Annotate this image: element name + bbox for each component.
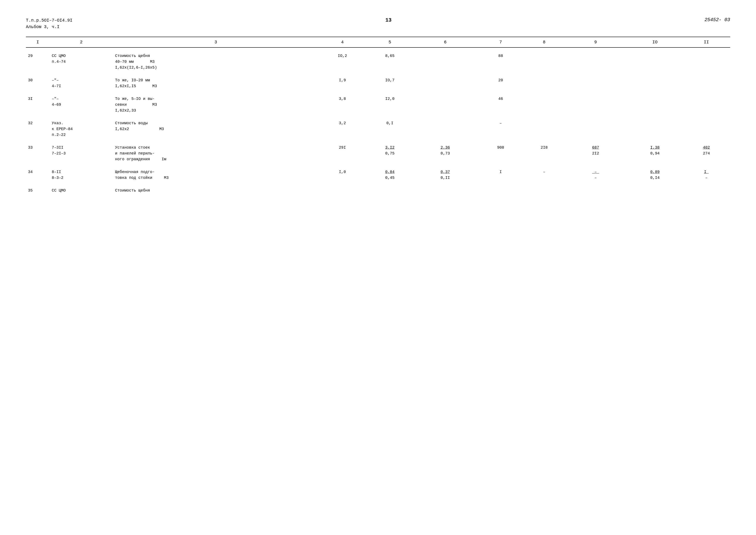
row-34-col6-val1: 0,37 [441,170,450,174]
row-31-col5: I2,0 [366,95,414,115]
row-34-col4: I,0 [319,168,366,182]
row-35-col7 [477,186,524,195]
row-32-col4: 3,2 [319,119,366,139]
row-35-desc: Стоимость щебня [113,186,319,195]
row-31-num: 3I [26,95,50,115]
row-30-col11 [683,76,730,90]
row-30-col9 [564,76,627,90]
row-35-col9 [564,186,627,195]
row-33-col11-val1: 402 [703,145,710,150]
page-header: Т.п.р.5ОI–7–ОI4.9I Альбом 3, ч.I 13 2545… [26,17,730,30]
row-33-col9: 6872I2 [564,143,627,163]
col-header-7: 7 [477,37,524,47]
row-33-col7: 908 [477,143,524,163]
row-31-col7: 46 [477,95,524,115]
row-29-num: 29 [26,52,50,72]
row-34-col10: 0,890,I4 [627,168,683,182]
col-header-8: 8 [525,37,564,47]
row-29-ref: СС ЦМОп.4–74 [50,52,113,72]
row-32-col5: 0,I [366,119,414,139]
main-table: I 2 3 4 5 6 7 8 9 IO II 29 СС ЦМОп.4–74 … [26,37,730,195]
doc-title-line2: Альбом 3, ч.I [26,24,72,30]
row-34-col8: – [525,168,564,182]
row-34-col9-val1: – [592,170,599,174]
row-29-col8 [525,52,564,72]
table-row: 30 –"–4–7I То же, IO–20 ммI,62хI,I5 М3 I… [26,76,730,90]
row-35-col11 [683,186,730,195]
row-32-col11 [683,119,730,139]
row-31-col8 [525,95,564,115]
row-29-col11 [683,52,730,72]
header-left: Т.п.р.5ОI–7–ОI4.9I Альбом 3, ч.I [26,17,72,30]
row-33-col8: 2I8 [525,143,564,163]
table-header-row: I 2 3 4 5 6 7 8 9 IO II [26,37,730,47]
row-30-desc: То же, IO–20 ммI,62хI,I5 М3 [113,76,319,90]
row-34-col6: 0,370,II [414,168,477,182]
row-34-col11-val1: I [704,170,709,174]
row-35-ref: СС ЦМО [50,186,113,195]
row-31-desc: То же, 5–IO и вы-севки М3I,62х2,33 [113,95,319,115]
col-header-1: I [26,37,50,47]
row-29-col4: IO,2 [319,52,366,72]
row-32-col6 [414,119,477,139]
row-30-col6 [414,76,477,90]
row-35-col4 [319,186,366,195]
row-34-col5-val1: 0,84 [385,170,394,174]
row-33-col10-val1: I,38 [650,145,660,150]
row-32-col8 [525,119,564,139]
row-32-num: 32 [26,119,50,139]
row-33-col10: I,380,94 [627,143,683,163]
row-29-col5: 8,65 [366,52,414,72]
row-29-desc: Стоимость щебня40–70 мм М3I,62х(I2,6–I,2… [113,52,319,72]
row-35-col6 [414,186,477,195]
row-35-col5 [366,186,414,195]
row-31-col9 [564,95,627,115]
row-31-ref: –"–4–69 [50,95,113,115]
row-33-desc: Установка стоеки панелей периль-ного огр… [113,143,319,163]
col-header-2: 2 [50,37,113,47]
col-header-10: IO [627,37,683,47]
col-header-6: 6 [414,37,477,47]
row-33-col5-val1: 3,I2 [385,145,394,150]
page-number: 13 [72,17,705,23]
row-34-col9: – – [564,168,627,182]
row-32-col10 [627,119,683,139]
row-34-col7: I [477,168,524,182]
row-33-col4: 29I [319,143,366,163]
table-row: 3I –"–4–69 То же, 5–IO и вы-севки М3I,62… [26,95,730,115]
row-30-col8 [525,76,564,90]
row-34-col11: I – [683,168,730,182]
row-30-col5: IO,7 [366,76,414,90]
row-33-num: 33 [26,143,50,163]
row-33-col11: 402274 [683,143,730,163]
row-33-col9-val1: 687 [592,145,599,150]
row-31-col11 [683,95,730,115]
row-32-col7: – [477,119,524,139]
row-35-col10 [627,186,683,195]
col-header-4: 4 [319,37,366,47]
row-30-ref: –"–4–7I [50,76,113,90]
row-32-ref: Указ.к ЕРЕР–84п.2–22 [50,119,113,139]
row-29-col10 [627,52,683,72]
row-31-col10 [627,95,683,115]
row-30-col10 [627,76,683,90]
row-32-desc: Стоимость водыI,62х2 М3 [113,119,319,139]
col-header-3: 3 [113,37,319,47]
row-31-col6 [414,95,477,115]
table-row: 29 СС ЦМОп.4–74 Стоимость щебня40–70 мм … [26,52,730,72]
row-29-col7: 88 [477,52,524,72]
col-header-9: 9 [564,37,627,47]
row-33-col6: 2,360,73 [414,143,477,163]
row-33-col5: 3,I20,75 [366,143,414,163]
row-30-col7: 20 [477,76,524,90]
row-35-col8 [525,186,564,195]
table-row: 35 СС ЦМО Стоимость щебня [26,186,730,195]
row-32-col9 [564,119,627,139]
row-30-col4: I,9 [319,76,366,90]
col-header-11: II [683,37,730,47]
table-row: 34 8–II8–3–2 Щебеночная подго-товка под … [26,168,730,182]
row-31-col4: 3,8 [319,95,366,115]
row-34-ref: 8–II8–3–2 [50,168,113,182]
doc-number: 25452- 03 [705,17,730,23]
doc-title-line1: Т.п.р.5ОI–7–ОI4.9I [26,17,72,24]
